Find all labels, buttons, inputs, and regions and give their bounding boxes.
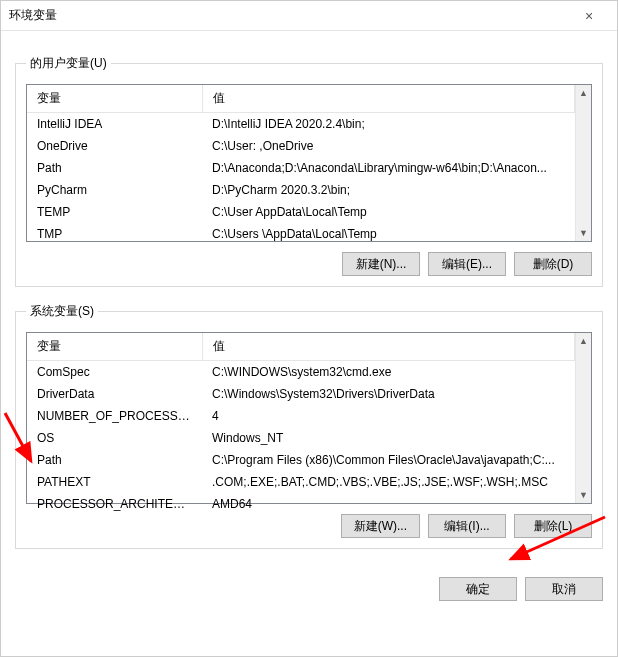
table-row[interactable]: NUMBER_OF_PROCESSORS4 [27,405,575,427]
sys-col-value[interactable]: 值 [202,333,575,361]
system-variables-group: 系统变量(S) 变量 值 ComSpecC:\WINDOWS\system32\… [15,303,603,549]
window-title: 环境变量 [9,7,57,24]
table-row[interactable]: IntelliJ IDEAD:\IntelliJ IDEA 2020.2.4\b… [27,113,575,136]
scroll-up-icon[interactable]: ▲ [576,85,591,101]
table-row[interactable]: PATHEXT.COM;.EXE;.BAT;.CMD;.VBS;.VBE;.JS… [27,471,575,493]
scroll-down-icon[interactable]: ▼ [576,487,591,503]
cancel-button[interactable]: 取消 [525,577,603,601]
system-variables-legend: 系统变量(S) [26,303,98,320]
scroll-up-icon[interactable]: ▲ [576,333,591,349]
table-row[interactable]: DriverDataC:\Windows\System32\Drivers\Dr… [27,383,575,405]
user-edit-button[interactable]: 编辑(E)... [428,252,506,276]
table-row[interactable]: OneDriveC:\User: ,OneDrive [27,135,575,157]
user-col-name[interactable]: 变量 [27,85,202,113]
close-button[interactable]: × [569,1,609,31]
user-variables-group: 的用户变量(U) 变量 值 IntelliJ IDEAD:\IntelliJ I… [15,55,603,287]
table-row[interactable]: PathC:\Program Files (x86)\Common Files\… [27,449,575,471]
scroll-down-icon[interactable]: ▼ [576,225,591,241]
scrollbar[interactable]: ▲ ▼ [575,85,591,241]
sys-col-name[interactable]: 变量 [27,333,202,361]
table-row[interactable]: PathD:\Anaconda;D:\Anaconda\Library\ming… [27,157,575,179]
user-col-value[interactable]: 值 [202,85,575,113]
user-variables-legend: 的用户变量(U) [26,55,111,72]
user-new-button[interactable]: 新建(N)... [342,252,420,276]
user-variables-table[interactable]: 变量 值 IntelliJ IDEAD:\IntelliJ IDEA 2020.… [26,84,592,242]
system-variables-table[interactable]: 变量 值 ComSpecC:\WINDOWS\system32\cmd.exe … [26,332,592,504]
table-row[interactable]: TMPC:\Users \AppData\Local\Temp [27,223,575,245]
table-row[interactable]: PROCESSOR_ARCHITECT...AMD64 [27,493,575,515]
scrollbar[interactable]: ▲ ▼ [575,333,591,503]
system-edit-button[interactable]: 编辑(I)... [428,514,506,538]
system-delete-button[interactable]: 删除(L) [514,514,592,538]
table-row[interactable]: ComSpecC:\WINDOWS\system32\cmd.exe [27,361,575,384]
user-delete-button[interactable]: 删除(D) [514,252,592,276]
dialog-footer: 确定 取消 [1,563,617,611]
system-new-button[interactable]: 新建(W)... [341,514,420,538]
table-row[interactable]: PyCharmD:\PyCharm 2020.3.2\bin; [27,179,575,201]
ok-button[interactable]: 确定 [439,577,517,601]
titlebar: 环境变量 × [1,1,617,31]
table-row[interactable]: OSWindows_NT [27,427,575,449]
table-row[interactable]: TEMPC:\User AppData\Local\Temp [27,201,575,223]
